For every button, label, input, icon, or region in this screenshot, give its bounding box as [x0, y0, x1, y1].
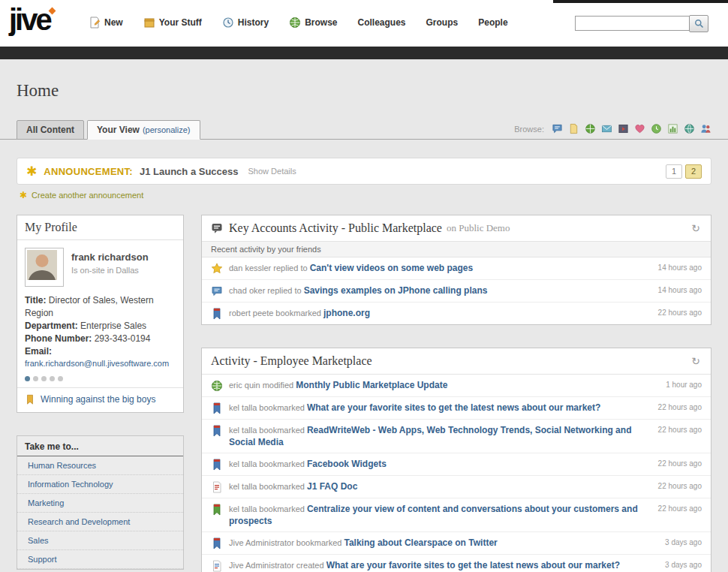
page-title: Home — [17, 81, 59, 101]
profile-pager-dots — [25, 376, 176, 381]
search-icon — [694, 19, 704, 29]
polls-chart-icon[interactable] — [667, 123, 678, 134]
activity-title-link[interactable]: Monthly Public Marketplace Update — [296, 380, 447, 390]
header: jive New Your Stuff History Browse — [0, 0, 728, 47]
pager-dot[interactable] — [41, 376, 47, 381]
pager-dot[interactable] — [50, 376, 55, 381]
people-icon[interactable] — [700, 123, 711, 134]
activity-text: kel talla bookmarked ReadWriteWeb - Web … — [229, 424, 648, 448]
activity-title-link[interactable]: Savings examples on JPhone calling plans — [304, 285, 488, 296]
take-me-link-human-resources[interactable]: Human Resources — [17, 456, 183, 475]
activity-time: 22 hours ago — [648, 307, 702, 317]
profile-bookmark-link[interactable]: Winning against the big boys — [41, 394, 155, 405]
activity-time: 3 days ago — [648, 559, 702, 569]
discussion-icon[interactable] — [552, 123, 563, 134]
profile-bookmark-row: Winning against the big boys — [25, 394, 176, 405]
activity-widget: Activity - Employee Marketplace ↻ eric q… — [201, 348, 711, 572]
widget-discussion-icon — [211, 222, 223, 234]
nav-item-groups[interactable]: Groups — [426, 17, 459, 28]
take-me-link-sales[interactable]: Sales — [17, 531, 183, 550]
activity-row: kel talla bookmarked J1 FAQ Doc 22 hours… — [202, 476, 711, 498]
search-button[interactable] — [689, 15, 708, 32]
profile-avatar[interactable] — [25, 248, 64, 287]
main-nav: New Your Stuff History Browse Colleagues… — [89, 17, 508, 29]
nav-label-people: People — [478, 17, 507, 28]
key-accounts-widget: Key Accounts Activity - Public Marketpla… — [201, 215, 711, 325]
tab-your-view-label: Your View — [97, 125, 140, 135]
announcement-icon: ✱ — [26, 165, 37, 178]
activity-title-link[interactable]: jphone.org — [323, 308, 370, 318]
document-icon[interactable] — [568, 123, 579, 134]
activity-title-link[interactable]: Talking about Clearspace on Twitter — [344, 537, 497, 548]
nav-item-colleagues[interactable]: Colleagues — [358, 17, 406, 28]
recent-clock-icon[interactable] — [651, 123, 662, 134]
activity-title-link[interactable]: What are your favorite sites to get the … — [326, 560, 620, 570]
announcement-title[interactable]: J1 Launch a Success — [140, 166, 239, 177]
activity-title-link[interactable]: What are your favorite sites to get the … — [307, 402, 600, 413]
favorites-heart-icon[interactable] — [634, 123, 645, 134]
activity-title-link[interactable]: Can't view videos on some web pages — [310, 263, 474, 273]
jive-logo[interactable]: jive — [9, 3, 50, 37]
activity-row: kel talla bookmarked ReadWriteWeb - Web … — [202, 420, 711, 453]
activity-row: kel talla bookmarked Centralize your vie… — [202, 498, 711, 532]
new-content-icon — [89, 17, 101, 29]
bookmark-green-icon — [211, 504, 223, 516]
video-icon[interactable] — [618, 123, 629, 134]
take-me-link-information-technology[interactable]: Information Technology — [17, 475, 183, 494]
personalize-link[interactable]: (personalize) — [143, 125, 191, 134]
blog-globe-icon[interactable] — [585, 123, 596, 134]
show-details-link[interactable]: Show Details — [248, 167, 296, 176]
history-clock-icon — [222, 17, 234, 29]
create-announcement-label: Create another announcement — [32, 191, 143, 200]
activity-row: eric quin modified Monthly Public Market… — [202, 374, 711, 397]
nav-item-your-stuff[interactable]: Your Stuff — [143, 17, 202, 29]
tab-all-content[interactable]: All Content — [17, 120, 84, 140]
profile-email-link[interactable]: frank.richardson@null.jivesoftware.com — [25, 358, 176, 369]
refresh-icon[interactable]: ↻ — [690, 355, 702, 367]
activity-row: kel talla bookmarked What are your favor… — [202, 397, 711, 420]
activity-title-link[interactable]: J1 FAQ Doc — [307, 481, 357, 492]
pager-dot[interactable] — [25, 376, 30, 381]
bookmark-icon — [211, 459, 223, 471]
key-accounts-title: Key Accounts Activity - Public Marketpla… — [229, 221, 442, 235]
my-profile-widget: My Profile frank richardson Is on-site i… — [17, 215, 184, 413]
key-accounts-section-label: Recent activity by your friends — [202, 241, 711, 257]
nav-item-new[interactable]: New — [89, 17, 123, 29]
activity-text: chad oker replied to Savings examples on… — [229, 284, 648, 297]
activity-text: Jive Administrator created What are your… — [229, 559, 648, 571]
browse-label: Browse: — [514, 125, 544, 134]
pager-dot[interactable] — [33, 376, 38, 381]
search-input[interactable] — [575, 16, 690, 31]
activity-time: 22 hours ago — [648, 424, 702, 434]
profile-name[interactable]: frank richardson — [71, 251, 149, 263]
nav-label-colleagues: Colleagues — [358, 17, 406, 28]
activity-time: 1 hour ago — [648, 379, 702, 389]
spaces-globe-icon[interactable] — [684, 123, 695, 134]
refresh-icon[interactable]: ↻ — [690, 222, 702, 234]
your-stuff-icon — [143, 17, 155, 29]
take-me-link-marketing[interactable]: Marketing — [17, 494, 183, 513]
activity-text: kel talla bookmarked Centralize your vie… — [229, 503, 648, 527]
take-me-link-support[interactable]: Support — [17, 550, 183, 569]
nav-label-browse: Browse — [305, 17, 337, 28]
nav-item-history[interactable]: History — [222, 17, 269, 29]
create-announcement-link[interactable]: ✱ Create another announcement — [20, 191, 143, 200]
tab-your-view[interactable]: Your View(personalize) — [87, 120, 200, 140]
take-me-link-research-and-development[interactable]: Research and Development — [17, 513, 183, 531]
pager-dot[interactable] — [58, 376, 63, 381]
mail-icon[interactable] — [601, 123, 612, 134]
nav-label-your-stuff: Your Stuff — [159, 17, 202, 28]
activity-title-link[interactable]: Facebook Widgets — [307, 459, 387, 469]
profile-fields: Title: Director of Sales, Western Region… — [25, 294, 176, 369]
browse-globe-icon — [289, 17, 301, 29]
activity-time: 22 hours ago — [648, 503, 702, 513]
nav-label-new: New — [104, 17, 123, 28]
announcement-page-2[interactable]: 2 — [685, 164, 702, 179]
left-column: My Profile frank richardson Is on-site i… — [17, 215, 184, 570]
announcement-pager: 1 2 — [666, 164, 702, 179]
activity-text: kel talla bookmarked Facebook Widgets — [229, 458, 648, 470]
nav-item-browse[interactable]: Browse — [289, 17, 337, 29]
my-profile-title: My Profile — [17, 215, 183, 240]
announcement-page-1[interactable]: 1 — [666, 164, 682, 179]
nav-item-people[interactable]: People — [478, 17, 507, 28]
